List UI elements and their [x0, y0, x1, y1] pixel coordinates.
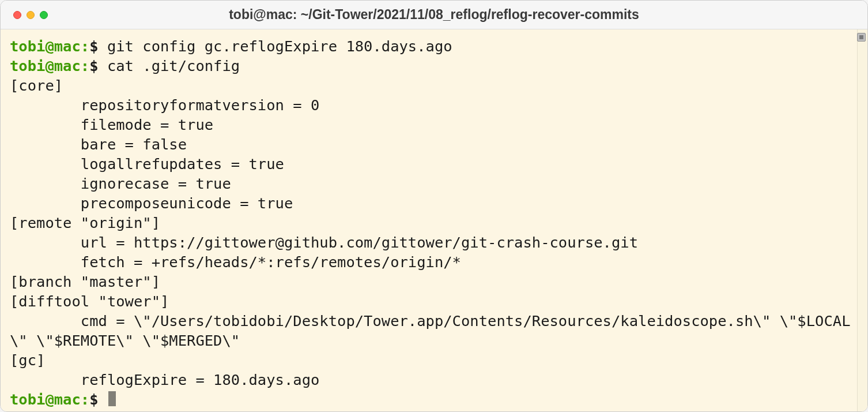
- prompt-dollar: $: [89, 57, 98, 74]
- prompt: tobi@mac:: [10, 57, 89, 74]
- titlebar[interactable]: tobi@mac: ~/Git-Tower/2021/11/08_reflog/…: [1, 1, 867, 29]
- output-line: ignorecase = true: [10, 175, 231, 192]
- prompt-dollar: $: [89, 38, 98, 55]
- minimize-icon[interactable]: [27, 11, 35, 19]
- prompt: tobi@mac:: [10, 391, 89, 408]
- output-line: precomposeunicode = true: [10, 194, 293, 212]
- output-line: filemode = true: [10, 116, 213, 133]
- terminal-content[interactable]: tobi@mac:$ git config gc.reflogExpire 18…: [1, 29, 857, 412]
- output-line: bare = false: [10, 136, 187, 153]
- output-line: repositoryformatversion = 0: [10, 96, 319, 114]
- maximize-icon[interactable]: [40, 11, 48, 19]
- output-line: [core]: [10, 77, 63, 94]
- traffic-lights: [1, 11, 48, 19]
- command-2: cat .git/config: [107, 57, 240, 74]
- prompt-dollar: $: [89, 391, 98, 408]
- output-line: [gc]: [10, 351, 45, 369]
- output-line: [branch "master"]: [10, 273, 160, 290]
- window-title: tobi@mac: ~/Git-Tower/2021/11/08_reflog/…: [1, 7, 867, 23]
- output-line: cmd = \"/Users/tobidobi/Desktop/Tower.ap…: [10, 312, 850, 349]
- cursor: [108, 391, 116, 406]
- close-icon[interactable]: [13, 11, 21, 19]
- scrollbar[interactable]: [857, 29, 867, 412]
- output-line: [difftool "tower"]: [10, 293, 169, 310]
- command-1: git config gc.reflogExpire 180.days.ago: [107, 38, 452, 55]
- terminal-window: tobi@mac: ~/Git-Tower/2021/11/08_reflog/…: [0, 0, 868, 412]
- prompt: tobi@mac:: [10, 38, 89, 55]
- output-line: logallrefupdates = true: [10, 155, 284, 173]
- terminal-area: tobi@mac:$ git config gc.reflogExpire 18…: [1, 29, 867, 412]
- output-line: fetch = +refs/heads/*:refs/remotes/origi…: [10, 253, 461, 271]
- output-line: reflogExpire = 180.days.ago: [10, 371, 319, 388]
- split-pane-icon[interactable]: [857, 33, 866, 42]
- output-line: url = https://gittower@github.com/gittow…: [10, 234, 638, 251]
- output-line: [remote "origin"]: [10, 214, 160, 231]
